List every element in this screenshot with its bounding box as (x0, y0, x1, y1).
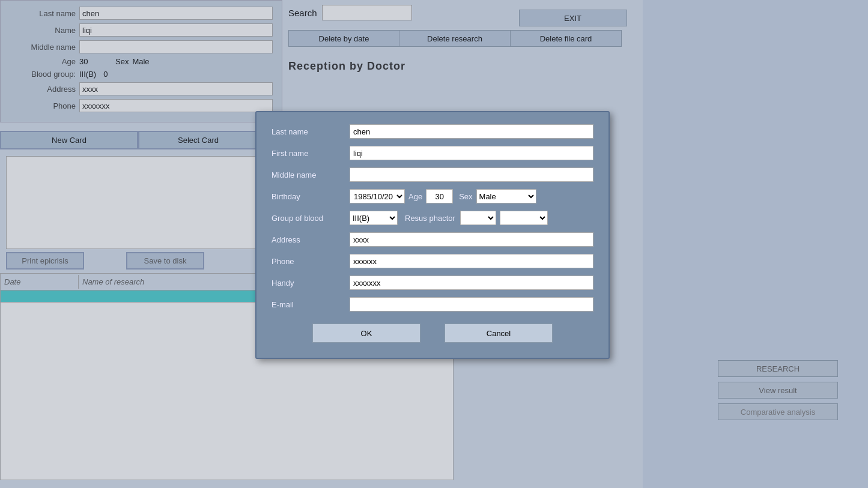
modal-sex-label: Sex (459, 192, 472, 201)
modal-address-input[interactable] (350, 232, 593, 247)
modal-address-row: Address (272, 232, 593, 247)
modal-resus-label: Resus phactor (405, 214, 455, 223)
modal-first-name-row: First name (272, 146, 593, 160)
modal-email-row: E-mail (272, 297, 593, 312)
modal-birthday-select[interactable]: 1985/10/20 (350, 189, 405, 203)
modal-middle-name-input[interactable] (350, 167, 593, 182)
modal-blood-row: Group of blood III(B) I(0) II(A) IV(AB) … (272, 211, 593, 225)
modal-buttons: OK Cancel (272, 324, 593, 343)
modal-handy-label: Handy (272, 279, 350, 288)
modal-middle-name-label: Middle name (272, 170, 350, 179)
modal-blood-select[interactable]: III(B) I(0) II(A) IV(AB) (350, 211, 398, 225)
modal-age-label: Age (408, 192, 422, 201)
modal-handy-input[interactable] (350, 276, 593, 290)
modal-birthday-label: Birthday (272, 192, 350, 201)
modal-birthday-row: Birthday 1985/10/20 Age Sex Male Female (272, 189, 593, 203)
modal-resus-select1[interactable]: + - (460, 211, 496, 225)
modal-cancel-button[interactable]: Cancel (445, 324, 553, 343)
modal-first-name-label: First name (272, 149, 350, 158)
modal-email-label: E-mail (272, 300, 350, 309)
modal-age-input[interactable] (426, 189, 453, 203)
modal-phone-label: Phone (272, 257, 350, 266)
modal-phone-row: Phone (272, 254, 593, 268)
modal-blood-label: Group of blood (272, 214, 350, 223)
modal-middle-name-row: Middle name (272, 167, 593, 182)
modal-last-name-row: Last name (272, 124, 593, 139)
modal-last-name-input[interactable] (350, 124, 593, 139)
modal-handy-row: Handy (272, 276, 593, 290)
modal-dialog: Last name First name Middle name Birthda… (255, 111, 610, 359)
modal-sex-select[interactable]: Male Female (476, 189, 536, 203)
modal-ok-button[interactable]: OK (312, 324, 420, 343)
modal-first-name-input[interactable] (350, 146, 593, 160)
modal-resus-select2[interactable] (500, 211, 548, 225)
modal-email-input[interactable] (350, 297, 593, 312)
modal-phone-input[interactable] (350, 254, 593, 268)
modal-address-label: Address (272, 235, 350, 244)
modal-last-name-label: Last name (272, 127, 350, 136)
